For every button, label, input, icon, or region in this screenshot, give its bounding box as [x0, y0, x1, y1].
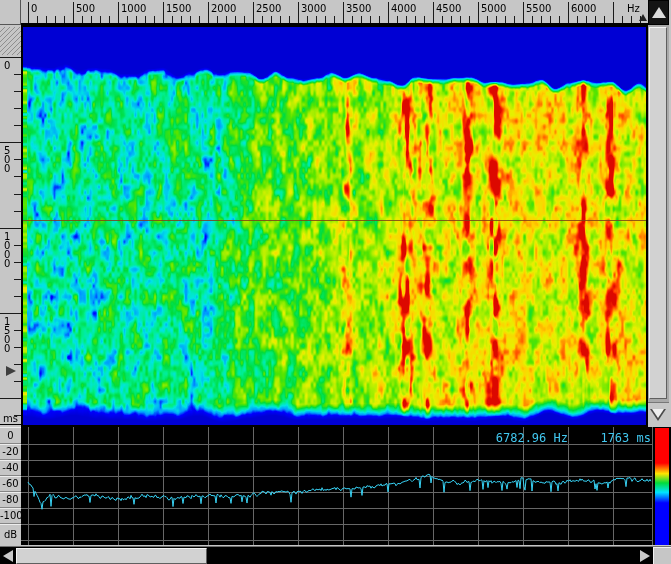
- vertical-scrollbar-track[interactable]: [648, 25, 669, 402]
- scroll-up-button[interactable]: [648, 0, 669, 25]
- right-arrow-icon: [640, 550, 650, 562]
- down-arrow-icon-inner: [652, 409, 664, 418]
- frequency-readout: 6782.96 Hz: [496, 431, 568, 444]
- db-axis-label: -60: [0, 476, 21, 492]
- db-axis-label: 0: [0, 427, 21, 444]
- time-cursor-arrow-icon[interactable]: [6, 366, 16, 376]
- up-arrow-icon: [652, 7, 666, 18]
- spectrogram-analyzer-window: 0-20-40-60-80-100dB 6782.96 Hz 1763 ms: [0, 0, 671, 564]
- spectrum-panel: 0-20-40-60-80-100dB 6782.96 Hz 1763 ms: [0, 427, 671, 545]
- horizontal-scrollbar-thumb[interactable]: [16, 548, 207, 564]
- scroll-down-button[interactable]: [648, 402, 669, 427]
- spectrogram-canvas[interactable]: [23, 27, 646, 425]
- frequency-ruler[interactable]: [21, 0, 648, 25]
- time-ruler[interactable]: [0, 25, 21, 425]
- left-arrow-icon: [3, 550, 13, 562]
- spectrogram-frame: [21, 25, 648, 427]
- db-axis-label: -80: [0, 492, 21, 508]
- time-readout: 1763 ms: [600, 431, 651, 444]
- db-axis-label: -20: [0, 444, 21, 460]
- db-axis-label: -40: [0, 460, 21, 476]
- scroll-right-button[interactable]: [637, 548, 653, 564]
- scrollbar-corner: [653, 547, 671, 564]
- db-axis-label: -100: [0, 508, 21, 524]
- horizontal-scrollbar: [0, 546, 671, 564]
- freq-cursor-marker-icon[interactable]: [639, 14, 647, 21]
- cursor-crosshair-line: [23, 220, 646, 221]
- vertical-scrollbar: [648, 0, 669, 427]
- intensity-colorbar: [655, 428, 669, 545]
- ruler-corner: [0, 0, 21, 25]
- vertical-scrollbar-thumb[interactable]: [649, 27, 667, 399]
- db-axis: 0-20-40-60-80-100dB: [0, 427, 21, 545]
- db-unit-label: dB: [0, 524, 21, 545]
- scroll-left-button[interactable]: [0, 548, 16, 564]
